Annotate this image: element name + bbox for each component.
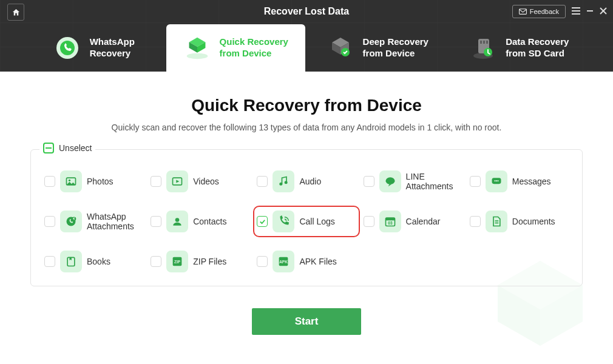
svg-point-26	[497, 180, 498, 181]
audio-icon	[273, 170, 294, 192]
item-label: Books	[87, 257, 110, 266]
checkbox-checked[interactable]	[257, 216, 268, 227]
feedback-button[interactable]: Feedback	[512, 5, 566, 18]
tab-label: Quick Recovery from Device	[220, 36, 288, 59]
tab-whatsapp-recovery[interactable]: WhatsApp Recovery	[24, 24, 164, 72]
unselect-checkbox-icon	[43, 143, 54, 153]
item-books[interactable]: Books	[43, 248, 144, 275]
books-icon	[60, 251, 82, 272]
main: Quick Recovery from Device Quickly scan …	[0, 72, 613, 364]
messages-icon	[486, 170, 507, 192]
zip-files-icon: ZIP	[166, 251, 188, 272]
item-photos[interactable]: Photos	[43, 168, 144, 195]
item-label: Photos	[87, 177, 113, 186]
checkbox[interactable]	[151, 176, 161, 187]
item-label: ZIP Files	[193, 257, 226, 266]
item-documents[interactable]: Documents	[469, 208, 570, 235]
checkbox[interactable]	[470, 176, 481, 187]
tab-sd-card-recovery[interactable]: Data Recovery from SD Card	[450, 24, 589, 72]
close-icon[interactable]	[600, 7, 607, 16]
unselect-label: Unselect	[59, 143, 92, 153]
svg-point-24	[494, 180, 495, 181]
item-label: Videos	[193, 177, 219, 186]
checkbox[interactable]	[44, 256, 55, 267]
svg-text:APK: APK	[280, 260, 288, 264]
unselect-all[interactable]: Unselect	[39, 143, 95, 153]
data-type-grid: Photos Videos Audio	[43, 168, 570, 275]
svg-point-8	[186, 53, 208, 59]
item-label: Contacts	[193, 217, 226, 226]
photos-icon	[60, 170, 82, 192]
minimize-icon[interactable]	[586, 7, 594, 16]
deep-recovery-icon	[327, 34, 354, 62]
item-label: LINE Attachments	[406, 172, 462, 191]
calendar-icon: 03	[379, 211, 401, 232]
svg-rect-13	[483, 41, 485, 44]
item-label: Messages	[512, 177, 551, 186]
tab-label: WhatsApp Recovery	[90, 36, 135, 59]
checkbox[interactable]	[151, 256, 161, 267]
svg-point-29	[175, 218, 180, 222]
data-type-panel: Unselect Photos Videos	[30, 149, 583, 286]
start-button[interactable]: Start	[252, 308, 361, 335]
apk-files-icon: APK	[273, 251, 294, 272]
tab-label: Data Recovery from SD Card	[506, 36, 569, 59]
item-call-logs[interactable]: Call Logs	[256, 208, 357, 235]
mail-icon	[519, 8, 527, 15]
checkbox[interactable]	[257, 256, 268, 267]
home-icon	[12, 8, 21, 17]
item-audio[interactable]: Audio	[256, 168, 357, 195]
window-controls: Feedback	[512, 5, 607, 18]
contacts-icon	[166, 211, 188, 232]
item-label: WhatsApp Attachments	[87, 212, 143, 231]
item-calendar[interactable]: 03 Calendar	[362, 208, 464, 235]
tab-deep-recovery[interactable]: Deep Recovery from Device	[308, 24, 447, 72]
call-logs-icon	[273, 211, 294, 232]
home-button[interactable]	[7, 4, 24, 21]
item-label: APK Files	[299, 257, 336, 266]
svg-point-20	[280, 183, 283, 186]
item-label: Audio	[299, 177, 321, 186]
line-attachments-icon	[379, 170, 401, 192]
svg-rect-31	[385, 218, 395, 220]
page-subtitle: Quickly scan and recover the following 1…	[24, 123, 589, 132]
item-label: Call Logs	[299, 217, 334, 226]
item-zip-files[interactable]: ZIP ZIP Files	[149, 248, 251, 275]
quick-recovery-icon	[183, 34, 211, 62]
sd-card-recovery-icon	[469, 34, 497, 62]
checkbox[interactable]	[151, 216, 161, 227]
page-title: Quick Recovery from Device	[24, 96, 589, 115]
svg-rect-16	[46, 147, 52, 149]
svg-point-21	[285, 181, 288, 184]
checkbox[interactable]	[364, 216, 374, 227]
item-messages[interactable]: Messages	[469, 168, 570, 195]
documents-icon	[486, 211, 507, 232]
whatsapp-attachments-icon	[60, 211, 82, 232]
item-contacts[interactable]: Contacts	[149, 208, 251, 235]
menu-icon[interactable]	[572, 7, 580, 16]
svg-point-22	[385, 177, 395, 184]
tab-quick-recovery[interactable]: Quick Recovery from Device	[166, 24, 306, 72]
svg-text:ZIP: ZIP	[174, 260, 181, 264]
svg-rect-0	[519, 9, 526, 15]
feedback-label: Feedback	[530, 8, 559, 15]
checkbox[interactable]	[44, 176, 55, 187]
checkbox[interactable]	[257, 176, 268, 187]
whatsapp-recovery-icon	[53, 34, 81, 62]
item-apk-files[interactable]: APK APK Files	[256, 248, 357, 275]
videos-icon	[166, 170, 188, 192]
checkbox[interactable]	[470, 216, 481, 227]
checkbox[interactable]	[364, 176, 374, 187]
item-line-attachments[interactable]: LINE Attachments	[362, 168, 464, 195]
header: Recover Lost Data Feedback WhatsApp	[0, 0, 613, 72]
tab-row: WhatsApp Recovery Quick Recovery from De…	[0, 24, 613, 72]
topbar: Recover Lost Data Feedback	[0, 0, 613, 24]
svg-text:03: 03	[388, 221, 393, 225]
svg-rect-12	[480, 41, 482, 44]
item-whatsapp-attachments[interactable]: WhatsApp Attachments	[43, 208, 144, 235]
checkbox[interactable]	[44, 216, 55, 227]
svg-point-25	[496, 180, 497, 181]
svg-rect-14	[486, 41, 488, 44]
item-label: Documents	[512, 217, 555, 226]
item-videos[interactable]: Videos	[149, 168, 251, 195]
